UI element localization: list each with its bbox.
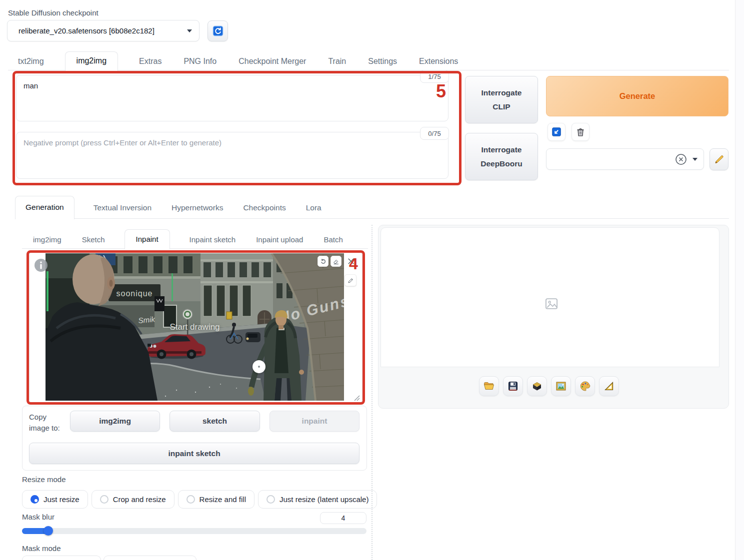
tab-img2img[interactable]: img2img: [65, 51, 118, 71]
mask-mode-option-1[interactable]: [22, 556, 101, 560]
archive-box-icon: [531, 380, 543, 392]
resize-option-label: Resize and fill: [200, 495, 246, 504]
page-scrollbar[interactable]: [735, 0, 744, 560]
prompt-text: man: [24, 81, 38, 90]
paste-arrow-icon: [551, 126, 562, 137]
pencil-icon: [713, 153, 725, 165]
tab-mode-batch[interactable]: Batch: [322, 230, 344, 249]
tab-mode-inpaint-upload[interactable]: Inpaint upload: [255, 230, 304, 249]
undo-button[interactable]: [318, 256, 328, 267]
tab-checkpoint-merger[interactable]: Checkpoint Merger: [238, 52, 307, 70]
resize-option-just-resize[interactable]: Just resize: [22, 490, 88, 509]
inpaint-canvas-container: soonique Smik: [29, 251, 362, 404]
negative-token-counter: 0/75: [420, 127, 449, 140]
undo-icon: [320, 258, 327, 265]
tab-settings[interactable]: Settings: [367, 52, 398, 70]
copy-to-inpaint-sketch-button[interactable]: inpaint sketch: [29, 443, 360, 464]
radio-icon: [100, 495, 108, 504]
mask-blur-slider-handle[interactable]: [44, 526, 53, 536]
prompt-input[interactable]: man: [16, 75, 448, 121]
mask-blur-value-input[interactable]: 4: [320, 512, 366, 524]
copy-image-to-label: Copy image to:: [29, 412, 65, 434]
clear-prompt-button[interactable]: [572, 123, 590, 141]
paste-generation-params-button[interactable]: [548, 123, 566, 141]
radio-icon: [186, 495, 195, 504]
checkpoint-select[interactable]: reliberate_v20.safetensors [6b08e2c182]: [7, 20, 200, 41]
image-info-icon[interactable]: [34, 258, 48, 274]
negative-prompt-placeholder: Negative prompt (press Ctrl+Enter or Alt…: [24, 138, 222, 147]
chevron-down-icon: [692, 158, 698, 161]
remove-image-button[interactable]: [346, 257, 356, 266]
clear-styles-icon[interactable]: [674, 153, 688, 166]
checkpoint-value: reliberate_v20.safetensors [6b08e2c182]: [18, 26, 187, 35]
save-zip-button[interactable]: [527, 376, 547, 396]
output-gallery: [380, 227, 720, 367]
result-panel: [378, 225, 729, 409]
chevron-down-icon: [187, 29, 192, 32]
generate-button[interactable]: Generate: [546, 76, 728, 116]
resize-option-latent-upscale[interactable]: Just resize (latent upscale): [258, 490, 377, 509]
edit-styles-button[interactable]: [710, 148, 728, 170]
refresh-checkpoint-button[interactable]: [208, 20, 228, 41]
mask-mode-label: Mask mode: [22, 544, 61, 553]
resize-option-crop-and-resize[interactable]: Crop and resize: [92, 490, 174, 509]
resize-option-label: Just resize (latent upscale): [280, 495, 368, 504]
tab-lora[interactable]: Lora: [305, 197, 322, 219]
palette-icon: [579, 380, 591, 392]
column-divider: [372, 225, 372, 560]
tab-extensions[interactable]: Extensions: [418, 52, 459, 70]
brush-pencil-icon: [347, 277, 354, 284]
floppy-save-icon: [507, 380, 519, 392]
refresh-icon: [212, 25, 224, 37]
tab-png-info[interactable]: PNG Info: [182, 52, 218, 70]
tab-checkpoints[interactable]: Checkpoints: [242, 197, 286, 219]
interrogate-clip-button[interactable]: Interrogate CLIP: [465, 76, 538, 123]
checkpoint-label: Stable Diffusion checkpoint: [8, 8, 98, 17]
tab-mode-inpaint[interactable]: Inpaint: [124, 229, 170, 249]
tab-mode-img2img[interactable]: img2img: [32, 230, 62, 249]
copy-to-img2img-button[interactable]: img2img: [70, 411, 160, 432]
send-to-extras-button[interactable]: [551, 376, 571, 396]
resize-option-label: Crop and resize: [113, 495, 166, 504]
image-placeholder-icon: [544, 297, 558, 311]
radio-icon: [266, 495, 275, 504]
tab-mode-inpaint-sketch[interactable]: Inpaint sketch: [188, 230, 237, 249]
tab-extras[interactable]: Extras: [138, 52, 162, 70]
copy-to-inpaint-button: inpaint: [270, 411, 360, 432]
use-brush-button[interactable]: [344, 274, 356, 286]
tab-hypernetworks[interactable]: Hypernetworks: [170, 197, 224, 219]
tab-textual-inversion[interactable]: Textual Inversion: [92, 197, 152, 219]
prompt-token-counter: 1/75: [420, 70, 449, 83]
triangle-ruler-icon: [603, 380, 615, 392]
eraser-icon: [332, 258, 340, 265]
eraser-button[interactable]: [330, 256, 342, 267]
styles-select[interactable]: [546, 148, 704, 170]
tab-txt2img[interactable]: txt2img: [17, 52, 45, 70]
copy-to-sketch-button[interactable]: sketch: [170, 411, 260, 432]
resize-option-resize-and-fill[interactable]: Resize and fill: [178, 490, 254, 509]
inpaint-image-canvas[interactable]: soonique Smik: [46, 253, 344, 401]
send-to-img2img-button[interactable]: [575, 376, 595, 396]
mask-blur-slider[interactable]: [22, 528, 366, 534]
folder-icon: [483, 380, 495, 392]
interrogate-deepbooru-button[interactable]: Interrogate DeepBooru: [465, 133, 538, 180]
resize-option-label: Just resize: [44, 495, 80, 504]
tab-generation[interactable]: Generation: [15, 196, 74, 219]
save-image-button[interactable]: [503, 376, 523, 396]
negative-prompt-input[interactable]: Negative prompt (press Ctrl+Enter or Alt…: [16, 132, 448, 179]
tab-mode-sketch[interactable]: Sketch: [81, 230, 106, 249]
send-to-inpaint-button[interactable]: [599, 376, 619, 396]
mask-mode-option-2[interactable]: [104, 556, 196, 560]
trash-icon: [575, 126, 586, 137]
resize-mode-label: Resize mode: [22, 475, 66, 484]
street-scene-image: soonique Smik: [46, 253, 344, 401]
radio-selected-icon: [30, 495, 39, 504]
framed-picture-icon: [555, 380, 567, 392]
close-icon: [346, 257, 356, 266]
canvas-resize-handle[interactable]: [354, 395, 360, 401]
brush-cursor: [252, 360, 266, 373]
open-output-folder-button[interactable]: [479, 376, 499, 396]
tab-train[interactable]: Train: [327, 52, 347, 70]
mask-blur-label: Mask blur: [22, 513, 54, 521]
